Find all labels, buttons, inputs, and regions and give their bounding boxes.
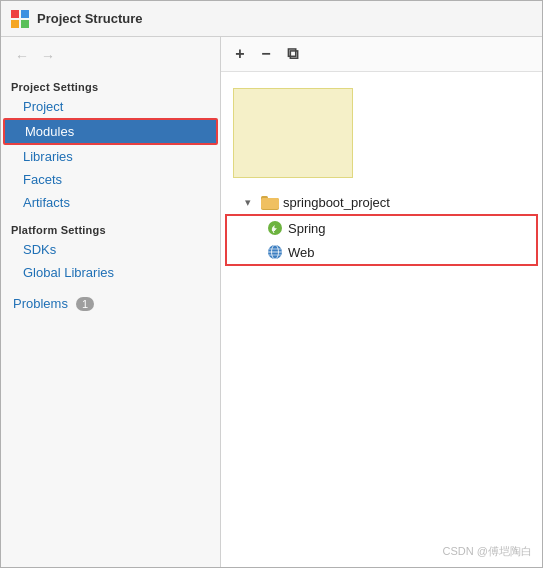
project-tree-label: springboot_project bbox=[283, 195, 390, 210]
nav-buttons: ← → bbox=[1, 41, 220, 75]
window-title: Project Structure bbox=[37, 11, 142, 26]
tree-row-spring[interactable]: Spring bbox=[227, 216, 536, 240]
problems-item[interactable]: Problems 1 bbox=[3, 292, 218, 315]
forward-button[interactable]: → bbox=[37, 45, 59, 67]
problems-badge: 1 bbox=[76, 297, 94, 311]
tree-row-web[interactable]: Web bbox=[227, 240, 536, 264]
svg-point-7 bbox=[268, 221, 282, 235]
copy-button[interactable]: ⧉ bbox=[281, 43, 303, 65]
tree-row-project[interactable]: ▾ springboot_project bbox=[221, 190, 542, 214]
sidebar-item-sdks[interactable]: SDKs bbox=[3, 238, 218, 261]
svg-rect-3 bbox=[21, 20, 29, 28]
facets-group: Spring bbox=[225, 214, 538, 266]
spring-icon bbox=[267, 220, 283, 236]
platform-settings-section: Platform Settings SDKs Global Libraries bbox=[1, 218, 220, 284]
platform-settings-header: Platform Settings bbox=[1, 218, 220, 238]
project-settings-header: Project Settings bbox=[1, 75, 220, 95]
main-panel: + − ⧉ ▾ bbox=[221, 37, 542, 567]
content-area: ← → Project Settings Project Modules Lib… bbox=[1, 37, 542, 567]
sidebar: ← → Project Settings Project Modules Lib… bbox=[1, 37, 221, 567]
sidebar-item-project[interactable]: Project bbox=[3, 95, 218, 118]
expand-arrow[interactable]: ▾ bbox=[245, 196, 261, 209]
add-button[interactable]: + bbox=[229, 43, 251, 65]
svg-rect-6 bbox=[261, 198, 279, 209]
panel-body: ▾ springboot_project bbox=[221, 72, 542, 567]
main-toolbar: + − ⧉ bbox=[221, 37, 542, 72]
svg-rect-2 bbox=[11, 20, 19, 28]
sidebar-item-facets[interactable]: Facets bbox=[3, 168, 218, 191]
sidebar-item-global-libraries[interactable]: Global Libraries bbox=[3, 261, 218, 284]
web-icon bbox=[267, 244, 283, 260]
project-structure-window: Project Structure ← → Project Settings P… bbox=[0, 0, 543, 568]
remove-button[interactable]: − bbox=[255, 43, 277, 65]
back-button[interactable]: ← bbox=[11, 45, 33, 67]
tree-container: ▾ springboot_project bbox=[221, 186, 542, 270]
folder-icon bbox=[261, 194, 279, 210]
svg-rect-0 bbox=[11, 10, 19, 18]
problems-label: Problems bbox=[13, 296, 68, 311]
sidebar-item-modules[interactable]: Modules bbox=[3, 118, 218, 145]
title-bar: Project Structure bbox=[1, 1, 542, 37]
web-label: Web bbox=[288, 245, 315, 260]
spring-label: Spring bbox=[288, 221, 326, 236]
app-icon bbox=[11, 10, 29, 28]
watermark: CSDN @傅垲陶白 bbox=[443, 544, 532, 559]
module-detail-box bbox=[233, 88, 353, 178]
sidebar-item-artifacts[interactable]: Artifacts bbox=[3, 191, 218, 214]
sidebar-item-libraries[interactable]: Libraries bbox=[3, 145, 218, 168]
svg-rect-1 bbox=[21, 10, 29, 18]
